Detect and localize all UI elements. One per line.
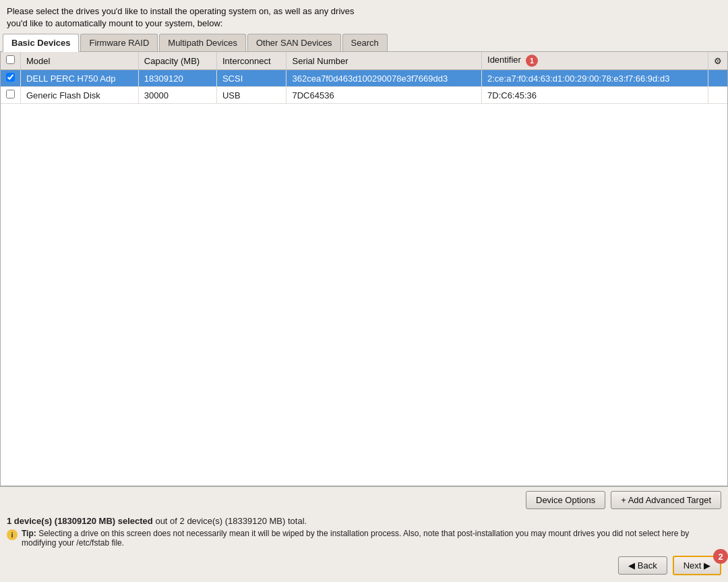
- row1-interconnect: SCSI: [216, 70, 286, 87]
- main-content-area: Model Capacity (MB) Interconnect Serial …: [0, 52, 728, 486]
- device-table-area: Model Capacity (MB) Interconnect Serial …: [1, 52, 727, 486]
- table-row[interactable]: DELL PERC H750 Adp 18309120 SCSI 362cea7…: [1, 70, 727, 87]
- tip-icon: i: [7, 529, 18, 540]
- select-all-checkbox[interactable]: [6, 55, 15, 64]
- row2-check[interactable]: [1, 87, 21, 104]
- col-serial: Serial Number: [286, 52, 482, 70]
- next-button-wrapper: Next ▶ 2: [673, 556, 721, 575]
- tabs-bar: Basic Devices Firmware RAID Multipath De…: [0, 34, 728, 52]
- row2-model: Generic Flash Disk: [21, 87, 139, 104]
- tab-search[interactable]: Search: [342, 34, 388, 51]
- row2-checkbox[interactable]: [6, 90, 15, 98]
- tip-label: Tip:: [22, 529, 36, 538]
- tab-firmware-raid[interactable]: Firmware RAID: [80, 34, 158, 51]
- row2-icon: [708, 87, 728, 104]
- row1-check[interactable]: [1, 70, 21, 87]
- row2-capacity: 30000: [138, 87, 216, 104]
- row1-capacity: 18309120: [138, 70, 216, 87]
- col-model: Model: [21, 52, 139, 70]
- row2-interconnect: USB: [216, 87, 286, 104]
- back-button[interactable]: ◀ Back: [618, 556, 667, 575]
- row1-model: DELL PERC H750 Adp: [21, 70, 139, 87]
- table-row[interactable]: Generic Flash Disk 30000 USB 7DC64536 7D…: [1, 87, 727, 104]
- bottom-actions-row: Device Options + Add Advanced Target: [0, 486, 728, 513]
- tab-multipath-devices[interactable]: Multipath Devices: [159, 34, 246, 51]
- header-description: Please select the drives you'd like to i…: [0, 0, 728, 34]
- badge-1: 1: [526, 55, 538, 67]
- tip-text: Tip: Selecting a drive on this screen do…: [22, 529, 721, 548]
- col-settings-icon: ⚙: [708, 52, 728, 70]
- tip-row: i Tip: Selecting a drive on this screen …: [7, 529, 721, 548]
- tab-other-san-devices[interactable]: Other SAN Devices: [247, 34, 341, 51]
- col-identifier: Identifier 1: [482, 52, 708, 70]
- add-advanced-target-button[interactable]: + Add Advanced Target: [611, 491, 721, 509]
- header-line2: you'd like to automatically mount to you…: [7, 18, 222, 28]
- tip-content: Selecting a drive on this screen does no…: [22, 529, 689, 548]
- row1-identifier: 2:ce:a7:f0:d4:63:d1:00:29:00:78:e3:f7:66…: [482, 70, 708, 87]
- device-options-button[interactable]: Device Options: [526, 491, 605, 509]
- badge-2: 2: [713, 549, 728, 564]
- tab-basic-devices[interactable]: Basic Devices: [3, 34, 79, 52]
- row2-identifier: 7D:C6:45:36: [482, 87, 708, 104]
- col-interconnect: Interconnect: [216, 52, 286, 70]
- bottom-info: 1 device(s) (18309120 MB) selected out o…: [0, 513, 728, 552]
- row1-checkbox[interactable]: [6, 73, 15, 82]
- device-table: Model Capacity (MB) Interconnect Serial …: [1, 52, 727, 104]
- row1-icon: [708, 70, 728, 87]
- row2-serial: 7DC64536: [286, 87, 482, 104]
- selected-count: 1 device(s) (18309120 MB) selected: [7, 516, 153, 526]
- header-line1: Please select the drives you'd like to i…: [7, 6, 355, 16]
- settings-icon: ⚙: [714, 56, 722, 66]
- row1-serial: 362cea7f0d463d100290078e3f7669dd3: [286, 70, 482, 87]
- selected-status: 1 device(s) (18309120 MB) selected out o…: [7, 516, 721, 526]
- col-check: [1, 52, 21, 70]
- total-count: out of 2 device(s) (18339120 MB) total.: [153, 516, 307, 526]
- col-capacity: Capacity (MB): [138, 52, 216, 70]
- bottom-nav-row: ◀ Back Next ▶ 2: [0, 552, 728, 582]
